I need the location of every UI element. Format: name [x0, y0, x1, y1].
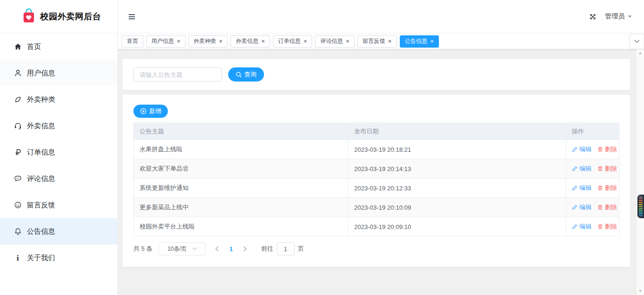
- edit-button[interactable]: 编辑: [572, 203, 592, 212]
- tab-feedback[interactable]: 留言反馈 ×: [357, 35, 397, 48]
- column-header-ops: 操作: [566, 123, 619, 140]
- close-icon[interactable]: ×: [304, 38, 307, 44]
- trash-icon: [597, 147, 603, 152]
- chevron-right-icon: [243, 246, 247, 252]
- edit-pencil-icon: [572, 166, 578, 172]
- row-actions: 编辑 删除: [572, 203, 613, 212]
- trash-icon: [597, 166, 603, 172]
- tab-label: 订单信息: [278, 37, 301, 45]
- sidebar-item-feedback[interactable]: 留言反馈: [0, 192, 117, 218]
- user-icon: [13, 69, 22, 78]
- close-icon[interactable]: ×: [388, 38, 392, 44]
- close-icon[interactable]: ×: [261, 38, 265, 44]
- tab-takeout-info[interactable]: 外卖信息 ×: [231, 35, 270, 48]
- page-size-value: 10条/页: [167, 245, 187, 253]
- close-icon[interactable]: ×: [430, 38, 434, 44]
- sidebar-item-takeout-info[interactable]: 外卖信息: [0, 113, 117, 139]
- edit-button[interactable]: 编辑: [572, 184, 592, 192]
- delete-button[interactable]: 删除: [597, 203, 617, 212]
- next-page-button[interactable]: [243, 246, 247, 252]
- browser-extension-handle[interactable]: [637, 195, 644, 218]
- search-button-label: 查询: [244, 70, 256, 79]
- tab-label: 公告信息: [405, 37, 428, 45]
- table-row: 校园外卖平台上线啦 2023-03-19 20:09:10 编辑 删除: [134, 217, 619, 237]
- search-input[interactable]: [133, 67, 222, 82]
- goto-page-input[interactable]: [277, 242, 295, 255]
- edit-button[interactable]: 编辑: [572, 164, 592, 173]
- cell-date: 2023-03-19 20:14:13: [348, 159, 566, 179]
- delete-button[interactable]: 删除: [597, 184, 617, 192]
- tab-label: 评论信息: [320, 37, 343, 45]
- trash-icon: [597, 205, 603, 210]
- sidebar-item-categories[interactable]: 外卖种类: [0, 86, 117, 113]
- cell-subject: 系统更新维护通知: [134, 179, 348, 198]
- sidebar-item-label: 用户信息: [27, 69, 55, 78]
- vertical-scrollbar[interactable]: ▲ ▼: [636, 49, 644, 295]
- close-icon[interactable]: ×: [177, 38, 181, 44]
- goto-label: 前往: [261, 245, 273, 253]
- page-number-current[interactable]: 1: [229, 246, 232, 253]
- tab-overflow-button[interactable]: [630, 34, 644, 49]
- goto-unit: 页: [298, 245, 304, 253]
- delete-button[interactable]: 删除: [597, 145, 617, 154]
- cell-subject: 水果拼盘上线啦: [134, 140, 348, 159]
- shopping-bag-icon: [22, 8, 36, 25]
- pagination: 共 5 条 10条/页 1 前往 页: [133, 242, 619, 255]
- goto-page: 前往 页: [261, 242, 304, 255]
- scroll-down-icon[interactable]: ▼: [638, 289, 642, 293]
- scroll-up-icon[interactable]: ▲: [638, 51, 642, 55]
- add-button[interactable]: 新增: [133, 105, 168, 118]
- pagination-total: 共 5 条: [133, 245, 152, 253]
- sidebar-collapse-icon[interactable]: [128, 14, 135, 20]
- home-icon: [13, 42, 22, 51]
- search-icon: [236, 72, 242, 78]
- tab-label: 用户信息: [151, 37, 174, 45]
- delete-button[interactable]: 删除: [597, 222, 617, 231]
- sidebar-item-announcements[interactable]: 公告信息: [0, 218, 117, 245]
- tab-label: 首页: [127, 37, 138, 45]
- announcement-panel: 新增 公告主题 发布日期 操作 水果拼盘上线啦 2023: [123, 95, 630, 267]
- add-button-label: 新增: [149, 107, 161, 115]
- close-icon[interactable]: ×: [346, 38, 349, 44]
- delete-button[interactable]: 删除: [597, 164, 617, 173]
- sidebar-item-label: 公告信息: [27, 227, 55, 236]
- table-row: 水果拼盘上线啦 2023-03-19 20:18:21 编辑 删除: [134, 140, 619, 159]
- sidebar-item-users[interactable]: 用户信息: [0, 60, 117, 86]
- sidebar-item-label: 评论信息: [27, 174, 55, 183]
- table-row: 更多新菜品上线中 2023-03-19 20:10:09 编辑 删除: [134, 198, 619, 217]
- sidebar-item-orders[interactable]: 订单信息: [0, 139, 117, 165]
- prev-page-button[interactable]: [215, 246, 219, 252]
- sidebar-item-comments[interactable]: 评论信息: [0, 165, 117, 192]
- app-title: 校园外卖网后台: [40, 11, 101, 22]
- sidebar-item-about[interactable]: i 关于我们: [0, 245, 117, 271]
- tab-orders[interactable]: 订单信息 ×: [273, 35, 313, 48]
- page-size-select[interactable]: 10条/页: [158, 242, 206, 255]
- topbar: 管理员: [118, 0, 644, 33]
- search-panel: 查询: [123, 59, 630, 90]
- app-logo: 校园外卖网后台: [0, 0, 117, 33]
- tab-label: 外卖种类: [194, 37, 216, 45]
- sidebar-item-label: 外卖信息: [27, 122, 55, 131]
- user-menu[interactable]: 管理员: [605, 12, 632, 21]
- tab-categories[interactable]: 外卖种类 ×: [189, 35, 228, 48]
- column-header-date: 发布日期: [348, 123, 566, 140]
- edit-button[interactable]: 编辑: [572, 145, 592, 154]
- fullscreen-icon[interactable]: [589, 13, 596, 20]
- search-button[interactable]: 查询: [228, 67, 264, 82]
- sidebar-menu: 首页 用户信息 外卖种类 外卖信息: [0, 33, 117, 271]
- sidebar-item-label: 关于我们: [27, 254, 55, 262]
- close-icon[interactable]: ×: [219, 38, 223, 44]
- tab-home[interactable]: 首页: [122, 35, 143, 48]
- content-area: 查询 新增 公告主题 发布日期 操作: [118, 49, 644, 295]
- trash-icon: [597, 185, 603, 191]
- app-window: 校园外卖网后台 首页 用户信息 外卖种类: [0, 0, 644, 295]
- sidebar-item-home[interactable]: 首页: [0, 33, 117, 60]
- sidebar-item-label: 订单信息: [27, 148, 55, 157]
- tab-comments[interactable]: 评论信息 ×: [315, 35, 355, 48]
- tab-users[interactable]: 用户信息 ×: [146, 35, 186, 48]
- tab-announcements[interactable]: 公告信息 ×: [400, 35, 439, 48]
- edit-button[interactable]: 编辑: [572, 222, 592, 231]
- topbar-right: 管理员: [589, 12, 632, 21]
- smiley-icon: [13, 201, 22, 210]
- cell-subject: 更多新菜品上线中: [134, 198, 348, 217]
